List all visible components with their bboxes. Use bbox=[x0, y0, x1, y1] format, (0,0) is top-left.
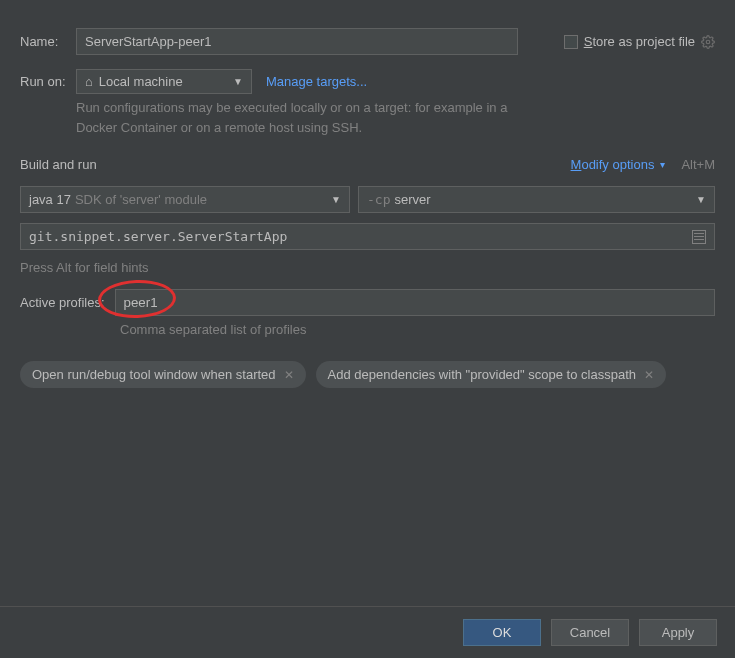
main-class-value: git.snippet.server.ServerStartApp bbox=[29, 229, 287, 244]
modify-shortcut: Alt+M bbox=[681, 157, 715, 172]
cp-value: server bbox=[394, 192, 430, 207]
active-profiles-hint: Comma separated list of profiles bbox=[120, 322, 715, 337]
ok-button[interactable]: OK bbox=[463, 619, 541, 646]
chevron-down-icon: ▼ bbox=[331, 194, 341, 205]
gear-icon[interactable] bbox=[701, 35, 715, 49]
active-profiles-input[interactable] bbox=[115, 289, 715, 316]
field-hints-text: Press Alt for field hints bbox=[20, 260, 715, 275]
chevron-down-icon: ▾ bbox=[660, 159, 665, 170]
main-class-field[interactable]: git.snippet.server.ServerStartApp bbox=[20, 223, 715, 250]
chevron-down-icon: ▼ bbox=[696, 194, 706, 205]
run-on-value: Local machine bbox=[99, 74, 183, 89]
active-profiles-label: Active profiles: bbox=[20, 295, 105, 310]
run-on-hint: Run configurations may be executed local… bbox=[76, 98, 516, 137]
home-icon: ⌂ bbox=[85, 74, 93, 89]
build-and-run-title: Build and run bbox=[20, 157, 97, 172]
apply-button[interactable]: Apply bbox=[639, 619, 717, 646]
run-on-dropdown[interactable]: ⌂ Local machine ▼ bbox=[76, 69, 252, 94]
chip-label: Open run/debug tool window when started bbox=[32, 367, 276, 382]
chip-label: Add dependencies with "provided" scope t… bbox=[328, 367, 636, 382]
name-label: Name: bbox=[20, 34, 76, 49]
chip-open-tool-window[interactable]: Open run/debug tool window when started … bbox=[20, 361, 306, 388]
classpath-dropdown[interactable]: -cp server ▼ bbox=[358, 186, 715, 213]
jdk-value: java 17 bbox=[29, 192, 71, 207]
chevron-down-icon: ▼ bbox=[233, 76, 243, 87]
run-on-label: Run on: bbox=[20, 74, 76, 89]
store-as-project-checkbox[interactable] bbox=[564, 35, 578, 49]
manage-targets-link[interactable]: Manage targets... bbox=[266, 74, 367, 89]
modify-options-link[interactable]: Modify options bbox=[571, 157, 655, 172]
close-icon[interactable]: ✕ bbox=[284, 368, 294, 382]
jdk-dropdown[interactable]: java 17 SDK of 'server' module ▼ bbox=[20, 186, 350, 213]
jdk-subtext: SDK of 'server' module bbox=[75, 192, 207, 207]
close-icon[interactable]: ✕ bbox=[644, 368, 654, 382]
store-as-project-label: Store as project file bbox=[584, 34, 695, 49]
cp-prefix: -cp bbox=[367, 192, 390, 207]
cancel-button[interactable]: Cancel bbox=[551, 619, 629, 646]
chip-provided-scope[interactable]: Add dependencies with "provided" scope t… bbox=[316, 361, 666, 388]
list-icon[interactable] bbox=[692, 230, 706, 244]
svg-point-0 bbox=[706, 40, 710, 44]
name-input[interactable] bbox=[76, 28, 518, 55]
